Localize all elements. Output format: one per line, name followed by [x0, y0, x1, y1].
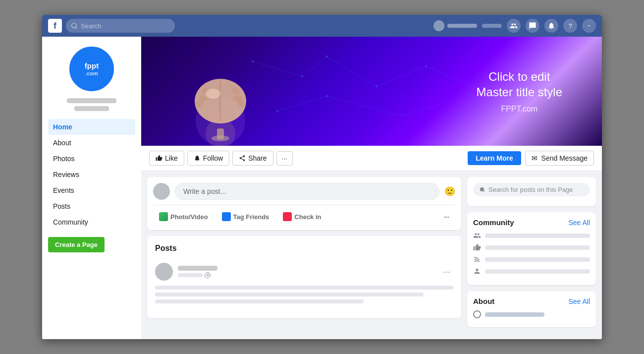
- about-see-all-link[interactable]: See All: [568, 297, 590, 305]
- community-stat-bar-4: [485, 269, 590, 274]
- check-in-button[interactable]: Check in: [277, 209, 327, 224]
- sidebar-item-reviews[interactable]: Reviews: [48, 167, 135, 182]
- svg-line-8: [401, 101, 451, 116]
- sidebar-item-photos[interactable]: Photos: [48, 151, 135, 167]
- community-stat-bar-3: [485, 257, 590, 262]
- tag-friends-icon: [222, 212, 231, 221]
- post-time-row: ⊕: [178, 272, 217, 278]
- cover-text-area: Click to edit Master title style FPPT.co…: [477, 69, 562, 114]
- sidebar-item-events[interactable]: Events: [48, 182, 135, 198]
- community-item-1: [473, 232, 590, 239]
- cover-photo: Click to edit Master title style FPPT.co…: [141, 37, 602, 146]
- about-section-header: About See All: [473, 297, 590, 305]
- page-profile-picture: fppt .com: [69, 47, 114, 91]
- post-user: ⊕: [155, 263, 217, 281]
- create-page-button[interactable]: Create a Page: [48, 237, 105, 252]
- post-privacy-icon: ⊕: [205, 272, 211, 278]
- svg-point-22: [480, 187, 484, 192]
- svg-line-5: [426, 66, 476, 86]
- post-header: ⊕ ···: [155, 263, 453, 281]
- brain-svg: [181, 57, 260, 146]
- follow-icon: [194, 155, 201, 162]
- post-content-bar-2: [155, 293, 424, 296]
- community-stat-bar-1: [485, 234, 590, 238]
- sidebar-item-posts[interactable]: Posts: [48, 198, 135, 214]
- photo-video-icon: [159, 212, 168, 221]
- sidebar-item-home[interactable]: Home: [48, 119, 135, 135]
- account-dropdown-icon[interactable]: [582, 19, 596, 33]
- tag-friends-button[interactable]: Tag Friends: [216, 209, 275, 224]
- facebook-logo-icon[interactable]: f: [48, 19, 62, 33]
- brain-illustration: [166, 37, 275, 146]
- notifications-icon[interactable]: [544, 19, 558, 33]
- post-input[interactable]: Write a post...: [175, 183, 439, 200]
- community-section-header: Community See All: [473, 218, 590, 227]
- community-section: Community See All: [467, 212, 596, 285]
- main-feed-column: Write a post... 🙂 Photo/Video Tag Friend…: [147, 177, 461, 333]
- about-info-bar: [485, 312, 544, 317]
- svg-point-0: [72, 23, 76, 28]
- photo-video-button[interactable]: Photo/Video: [153, 209, 214, 224]
- posts-section: Posts ⊕: [147, 236, 461, 318]
- help-icon[interactable]: ?: [563, 19, 577, 33]
- navbar-search-bar[interactable]: Search: [66, 19, 175, 33]
- messenger-icon[interactable]: [526, 19, 539, 33]
- community-item-3: [473, 255, 590, 263]
- svg-line-4: [376, 66, 426, 86]
- community-title: Community: [473, 218, 514, 227]
- sidebar-item-about[interactable]: About: [48, 135, 135, 151]
- svg-point-15: [326, 95, 328, 97]
- browser-window: f Search ?: [42, 15, 602, 339]
- learn-more-button[interactable]: Learn More: [468, 151, 521, 165]
- community-person-icon: [473, 267, 481, 275]
- search-posts-icon: [479, 186, 485, 193]
- post-composer: Write a post... 🙂 Photo/Video Tag Friend…: [147, 177, 461, 230]
- post-avatar: [155, 263, 173, 281]
- friends-icon[interactable]: [507, 19, 521, 33]
- about-icon: [473, 310, 481, 318]
- content-columns: Write a post... 🙂 Photo/Video Tag Friend…: [141, 171, 602, 339]
- post-meta: ⊕: [178, 266, 217, 278]
- post-item: ⊕ ···: [155, 259, 453, 310]
- share-button[interactable]: Share: [232, 151, 273, 166]
- navbar-right-section: ?: [433, 19, 596, 33]
- sidebar-name-bar-1: [67, 98, 116, 103]
- about-item-1: [473, 310, 590, 318]
- navbar-link-bar: [482, 24, 502, 28]
- sidebar-navigation: Home About Photos Reviews Events Posts C…: [48, 119, 135, 230]
- community-stat-bar-2: [485, 245, 590, 250]
- post-content-bar-1: [155, 286, 453, 290]
- navbar-user-profile[interactable]: [433, 20, 477, 31]
- emoji-icon[interactable]: 🙂: [444, 186, 455, 197]
- community-item-2: [473, 243, 590, 251]
- sidebar-item-community[interactable]: Community: [48, 214, 135, 230]
- search-posts-bar[interactable]: Search for posts on this Page: [473, 183, 590, 196]
- more-options-button[interactable]: ···: [276, 151, 293, 166]
- community-see-all-link[interactable]: See All: [568, 219, 590, 227]
- more-post-options-button[interactable]: ···: [438, 209, 455, 224]
- check-in-icon: [283, 212, 292, 221]
- cover-subtitle: FPPT.com: [477, 105, 562, 114]
- community-feed-icon: [473, 255, 481, 263]
- post-content: [155, 286, 453, 303]
- svg-line-7: [327, 96, 401, 116]
- svg-line-2: [302, 57, 327, 76]
- search-posts-section: Search for posts on this Page: [467, 177, 596, 206]
- composer-actions: Photo/Video Tag Friends Check in ···: [153, 205, 455, 224]
- follow-button[interactable]: Follow: [187, 151, 229, 166]
- profile-name-text: fppt: [85, 61, 99, 70]
- navbar-avatar: [433, 20, 444, 31]
- sidebar-name-bar-2: [74, 106, 109, 111]
- cover-title: Click to edit Master title style: [477, 69, 562, 100]
- community-people-icon: [473, 232, 481, 239]
- svg-point-9: [301, 75, 303, 77]
- like-button[interactable]: Like: [149, 151, 184, 166]
- page-action-bar: Like Follow Share ··· Learn More ✉ Send …: [141, 146, 602, 171]
- post-options-button[interactable]: ···: [440, 266, 453, 278]
- svg-point-14: [276, 110, 278, 112]
- send-message-button[interactable]: ✉ Send Message: [525, 151, 594, 166]
- page-content: fppt .com Home About Photos Reviews Even…: [42, 37, 602, 339]
- svg-point-13: [425, 65, 427, 67]
- about-title: About: [473, 297, 494, 305]
- facebook-navbar: f Search ?: [42, 15, 602, 37]
